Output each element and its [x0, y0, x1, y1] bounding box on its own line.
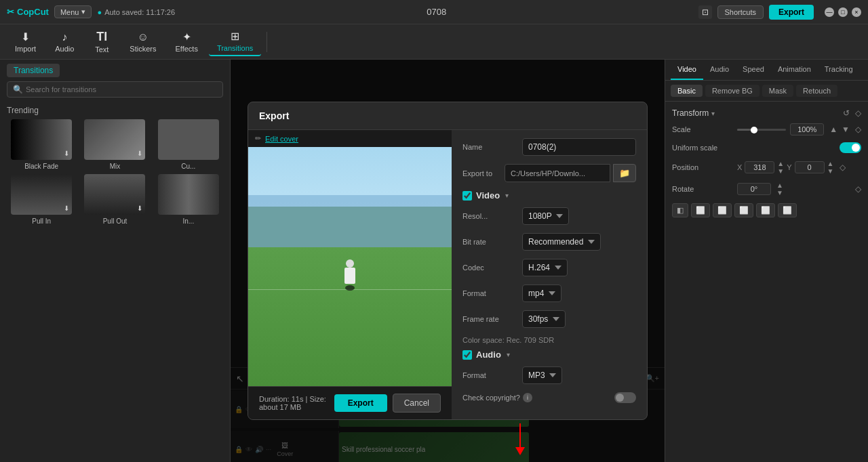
right-tabs: Video Audio Speed Animation Tracking — [665, 60, 868, 81]
transitions-icon: ⊞ — [231, 30, 239, 43]
copyright-label: Check copyright? i — [462, 393, 609, 402]
keyframe-transform-icon[interactable]: ◇ — [855, 108, 861, 118]
align-right-button[interactable]: ⬜ — [713, 203, 732, 217]
search-bar[interactable]: 🔍 — [7, 81, 223, 98]
align-bottom-button[interactable]: ⬜ — [778, 203, 797, 217]
tab-animation[interactable]: Animation — [771, 60, 818, 80]
video-checkbox[interactable] — [462, 191, 472, 201]
rotate-keyframe-icon[interactable]: ◇ — [855, 184, 861, 194]
position-x-value[interactable]: 318 — [745, 161, 774, 173]
scale-stepper-up[interactable]: ▲ — [829, 125, 837, 134]
format-select[interactable]: mp4 — [522, 285, 561, 302]
cancel-button[interactable]: Cancel — [393, 394, 441, 413]
scale-slider-fill — [737, 129, 752, 131]
framerate-row: Frame rate 30fps — [462, 310, 636, 328]
export-to-label: Export to — [462, 169, 499, 177]
rotate-stepper[interactable]: ▲▼ — [776, 182, 783, 196]
subtab-mask[interactable]: Mask — [762, 85, 793, 97]
modal-header: Export — [248, 102, 647, 130]
alignment-buttons: ◧ ⬜ ⬜ ⬜ ⬜ ⬜ — [672, 203, 861, 217]
position-x-stepper[interactable]: ▲▼ — [777, 160, 784, 175]
audio-format-row: Format MP3 — [462, 366, 636, 384]
modal-footer: Duration: 11s | Size: about 17 MB Export… — [248, 386, 452, 419]
pull-in-thumb: ⬇ — [11, 174, 72, 215]
tab-audio[interactable]: Audio — [703, 60, 736, 80]
transition-pull-in[interactable]: ⬇ Pull In — [7, 174, 76, 225]
shortcuts-button[interactable]: Shortcuts — [717, 5, 764, 19]
text-icon: TI — [96, 30, 107, 44]
copyright-toggle[interactable] — [614, 392, 636, 403]
info-icon[interactable]: i — [523, 393, 532, 402]
duration-info: Duration: 11s | Size: about 17 MB — [259, 395, 329, 411]
modal-title: Export — [259, 110, 289, 121]
rotate-value[interactable]: 0° — [737, 183, 771, 195]
position-keyframe-icon[interactable]: ◇ — [840, 163, 846, 172]
audio-format-select[interactable]: MP3 — [522, 366, 562, 384]
transition-black-fade[interactable]: ⬇ Black Fade — [7, 119, 76, 170]
codec-select[interactable]: H.264 — [522, 259, 568, 276]
position-row: Position X 318 ▲▼ Y 0 ▲▼ ◇ — [672, 160, 861, 175]
transition-pull-out[interactable]: ⬇ Pull Out — [80, 174, 149, 225]
tool-effects[interactable]: ✦ Effects — [167, 28, 205, 56]
transition-mix[interactable]: ⬇ Mix — [80, 119, 149, 170]
name-input[interactable] — [522, 138, 636, 156]
maximize-button[interactable]: □ — [838, 7, 848, 17]
align-center-h-button[interactable]: ⬜ — [691, 203, 710, 217]
align-top-button[interactable]: ⬜ — [734, 203, 753, 217]
tab-video[interactable]: Video — [671, 60, 703, 80]
framerate-select[interactable]: 30fps — [522, 310, 566, 328]
subtab-retouch[interactable]: Retouch — [796, 85, 837, 97]
resolution-row: Resol... 1080P — [462, 207, 636, 225]
top-bar-right: ⊡ Shortcuts Export — □ × — [698, 5, 861, 20]
tool-stickers[interactable]: ☺ Stickers — [121, 28, 164, 56]
screen-mode-button[interactable]: ⊡ — [698, 5, 712, 19]
search-input[interactable] — [26, 85, 217, 93]
main-toolbar: ⬇ Import ♪ Audio TI Text ☺ Stickers ✦ Ef… — [0, 24, 868, 60]
framerate-select-container: 30fps — [522, 310, 636, 328]
scale-slider[interactable] — [737, 129, 786, 131]
scale-value[interactable]: 100% — [790, 123, 824, 135]
tool-text[interactable]: TI Text — [85, 27, 119, 56]
transition-ins[interactable]: In... — [154, 174, 223, 225]
tab-speed[interactable]: Speed — [736, 60, 771, 80]
scale-keyframe-icon[interactable]: ◇ — [855, 125, 861, 134]
minimize-button[interactable]: — — [825, 7, 834, 17]
subtab-removebg[interactable]: Remove BG — [705, 85, 760, 97]
position-y-value[interactable]: 0 — [795, 161, 825, 173]
export-button[interactable]: Export — [334, 394, 387, 412]
window-controls: — □ × — [825, 7, 861, 17]
edit-cover-row[interactable]: ✏ Edit cover — [248, 130, 452, 147]
audio-section-label: Audio — [476, 350, 501, 360]
tool-import[interactable]: ⬇ Import — [7, 28, 44, 56]
resolution-select[interactable]: 1080P — [522, 207, 569, 225]
tab-tracking[interactable]: Tracking — [818, 60, 860, 80]
close-button[interactable]: × — [852, 7, 861, 17]
resolution-select-container: 1080P — [522, 207, 636, 225]
codec-row: Codec H.264 — [462, 259, 636, 276]
scale-stepper-down[interactable]: ▼ — [842, 125, 850, 134]
download-icon-2: ⬇ — [137, 150, 142, 157]
align-center-v-button[interactable]: ⬜ — [756, 203, 775, 217]
tool-audio[interactable]: ♪ Audio — [47, 28, 82, 56]
bitrate-select[interactable]: Recommended — [522, 233, 601, 251]
soccer-scene — [248, 147, 452, 386]
black-fade-label: Black Fade — [24, 163, 58, 170]
video-arrow-icon: ▾ — [505, 192, 509, 199]
export-path-row: 📁 — [505, 164, 636, 182]
menu-button[interactable]: Menu ▾ — [54, 5, 92, 18]
reset-transform-icon[interactable]: ↺ — [843, 108, 850, 118]
transitions-tab[interactable]: Transitions — [7, 64, 60, 77]
folder-button[interactable]: 📁 — [613, 164, 636, 182]
modal-settings: Name Export to 📁 — [452, 130, 647, 419]
tool-transitions[interactable]: ⊞ Transitions — [209, 27, 261, 56]
subtab-basic[interactable]: Basic — [671, 85, 703, 97]
uniform-scale-toggle[interactable] — [840, 142, 861, 153]
top-export-button[interactable]: Export — [769, 5, 814, 20]
export-path-input[interactable] — [505, 164, 610, 182]
audio-checkbox[interactable] — [462, 350, 472, 360]
video-section-header: Video ▾ — [462, 190, 636, 201]
scale-slider-thumb[interactable] — [751, 127, 757, 133]
align-left-button[interactable]: ◧ — [672, 203, 688, 217]
position-y-stepper[interactable]: ▲▼ — [827, 160, 834, 175]
transition-cut[interactable]: Cu... — [154, 119, 223, 170]
